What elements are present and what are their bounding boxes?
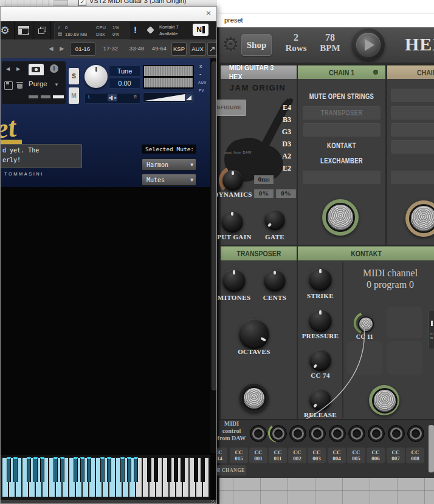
piano-black-key-8[interactable] xyxy=(60,457,64,482)
piano-black-key-26[interactable] xyxy=(181,457,185,482)
mod-cell-1[interactable] xyxy=(387,307,422,338)
rows-control[interactable]: 2 Rows xyxy=(280,32,312,53)
chain1-module-kontakt[interactable]: KONTAKT xyxy=(327,141,356,150)
column-header-chain2[interactable]: CHAIN 2 xyxy=(387,65,434,80)
pan-center-handle[interactable]: ◄▌► xyxy=(108,94,117,101)
ni-logo[interactable]: N xyxy=(193,24,208,36)
inst-next-arrow[interactable]: ▶ xyxy=(16,66,20,72)
cc-socket-5[interactable] xyxy=(329,425,346,442)
piano-black-key-21[interactable] xyxy=(147,457,151,482)
cents-knob[interactable] xyxy=(264,270,286,291)
tab-pages-49-64[interactable]: 49-64 xyxy=(147,43,171,55)
mute-type-dropdown[interactable]: Harmon ▼ xyxy=(142,158,196,171)
octaves-knob[interactable] xyxy=(239,319,269,349)
gate-knob[interactable] xyxy=(264,209,285,230)
piano-black-key-5[interactable] xyxy=(40,457,44,482)
info-icon[interactable]: i xyxy=(50,64,58,73)
layout-view-button[interactable] xyxy=(15,21,33,39)
preset-bar[interactable]: preset xyxy=(219,13,434,28)
plugin-checkbox[interactable]: ✓ xyxy=(78,0,86,6)
piano-black-key-28[interactable] xyxy=(194,457,198,482)
release-knob[interactable] xyxy=(309,389,331,410)
window-close-icon[interactable]: ✕ xyxy=(205,9,212,18)
inst-close-button[interactable]: x xyxy=(199,63,202,69)
cc-socket-9[interactable] xyxy=(407,425,424,442)
cc-assign-004[interactable]: CC004 xyxy=(328,448,346,463)
kontakt-section-header[interactable]: KONTAKT xyxy=(298,246,434,261)
piano-black-key-0[interactable] xyxy=(7,457,11,482)
cc-socket-1[interactable] xyxy=(250,425,267,442)
cc-assign-014[interactable]: CC014 xyxy=(217,448,227,463)
chain1-module-button[interactable] xyxy=(326,203,355,232)
play-button[interactable] xyxy=(352,29,385,61)
piano-black-key-15[interactable] xyxy=(107,457,111,482)
strike-knob[interactable] xyxy=(309,268,332,291)
page-next-arrow[interactable]: ▶ xyxy=(58,43,66,55)
purge-dropdown[interactable]: Purge ▼ xyxy=(29,80,59,87)
piano-black-key-11[interactable] xyxy=(80,457,84,482)
cc-assign-003[interactable]: CC003 xyxy=(308,448,326,463)
cc-socket-3[interactable] xyxy=(289,425,306,442)
piano-black-key-10[interactable] xyxy=(74,457,78,482)
mute-button[interactable]: M xyxy=(69,87,79,104)
ksp-button[interactable]: KSP xyxy=(171,43,187,56)
cc-assign-011[interactable]: CC011 xyxy=(269,448,287,463)
chain2-slot-empty-1[interactable] xyxy=(391,106,434,120)
aux-button[interactable]: AUX xyxy=(190,43,205,56)
inst-pv-button[interactable]: pv xyxy=(199,89,204,92)
cc-assign-008[interactable]: CC008 xyxy=(406,448,424,463)
kontakt-titlebar[interactable]: ✕ xyxy=(1,7,216,22)
cc-socket-7[interactable] xyxy=(368,425,385,442)
restore-window-button[interactable] xyxy=(33,21,51,39)
bpm-control[interactable]: 78 BPM xyxy=(314,32,346,53)
transposer-header[interactable]: TRANSPOSER xyxy=(221,246,297,261)
chain2-slot-empty-4[interactable] xyxy=(391,171,434,184)
piano-black-key-25[interactable] xyxy=(174,457,178,482)
pressure-knob[interactable] xyxy=(309,309,332,332)
semitones-knob[interactable] xyxy=(222,269,246,292)
patch-change-button[interactable]: PATCH CHANGE xyxy=(217,465,246,475)
cc11-knob[interactable] xyxy=(358,316,374,332)
save-icon[interactable] xyxy=(4,81,13,90)
cc-assign-006[interactable]: CC006 xyxy=(367,448,385,463)
chain1-module-mute-open-strings[interactable]: MUTE OPEN STRINGS xyxy=(309,92,374,101)
tune-knob[interactable] xyxy=(84,65,108,88)
piano-black-key-12[interactable] xyxy=(87,457,91,482)
hex-scrollbar[interactable] xyxy=(429,425,434,472)
piano-black-key-24[interactable] xyxy=(167,457,171,482)
inst-prev-arrow[interactable]: ◀ xyxy=(6,66,10,72)
warning-indicator[interactable]: ! xyxy=(134,24,137,35)
piano-black-key-22[interactable] xyxy=(154,457,158,482)
piano-black-key-19[interactable] xyxy=(134,457,138,482)
cc-assign-001[interactable]: CC001 xyxy=(249,448,267,463)
piano-black-key-14[interactable] xyxy=(100,457,105,482)
mute-set-dropdown[interactable]: Mutes ▼ xyxy=(142,174,196,186)
tab-pages-01-16[interactable]: 01-16 xyxy=(70,43,95,56)
inst-aux-button[interactable]: aux xyxy=(198,81,207,84)
cc-socket-4[interactable] xyxy=(309,425,326,442)
piano-black-key-1[interactable] xyxy=(13,457,18,482)
volume-handle[interactable] xyxy=(185,94,193,101)
chain2-slot-empty-3[interactable] xyxy=(391,140,434,154)
chain2-slot-empty-2[interactable] xyxy=(391,123,434,137)
chain1-slot-transposer[interactable]: TRANSPOSER xyxy=(303,106,381,120)
solo-button[interactable]: S xyxy=(69,68,79,84)
settings-gear-icon[interactable]: ⚙ xyxy=(222,32,239,56)
trash-icon[interactable] xyxy=(16,81,23,89)
piano-black-key-18[interactable] xyxy=(127,457,131,482)
kontakt-gear-button[interactable]: ⚙ xyxy=(1,21,15,39)
kontakt-module-button[interactable] xyxy=(372,388,398,414)
piano-black-key-7[interactable] xyxy=(53,457,58,482)
chain2-slot-empty-0[interactable] xyxy=(391,89,434,102)
chain2-module-button[interactable] xyxy=(409,204,434,233)
cc-assign-015[interactable]: CC015 xyxy=(230,448,248,463)
mod-cell-3[interactable] xyxy=(387,341,422,375)
page-prev-arrow[interactable]: ◀ xyxy=(47,43,55,55)
dynamics-knob[interactable] xyxy=(222,170,243,191)
piano-black-key-4[interactable] xyxy=(33,457,38,482)
inst-minimize-button[interactable]: - xyxy=(199,70,201,77)
chain1-slot-empty-5[interactable] xyxy=(303,171,381,184)
rack-scrollbar-thumb[interactable] xyxy=(212,61,216,390)
mod-cell-2[interactable] xyxy=(347,341,382,375)
cc-assign-005[interactable]: CC005 xyxy=(347,448,365,463)
